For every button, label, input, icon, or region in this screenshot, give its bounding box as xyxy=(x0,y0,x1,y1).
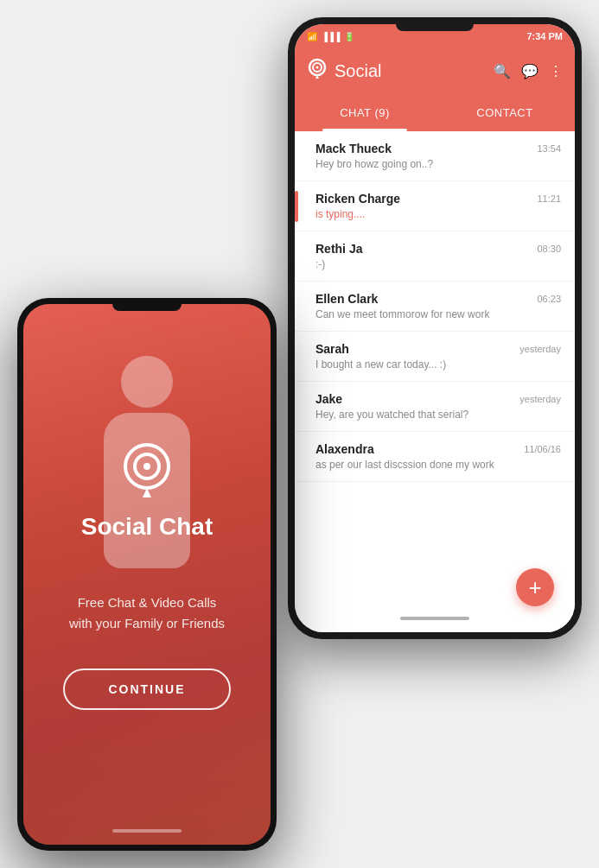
chat-item[interactable]: Ricken Charge 11:21 is typing.... xyxy=(295,181,575,231)
chat-item-content: Ellen Clark 06:23 Can we meet tommorow f… xyxy=(309,292,561,320)
chat-item-header: Ricken Charge 11:21 xyxy=(315,192,561,206)
phones-container: 📶 ▐▐▐ 🔋 7:34 PM Social xyxy=(0,0,599,868)
chat-preview: Can we meet tommorow for new work xyxy=(315,308,506,320)
chat-item[interactable]: Rethi Ja 08:30 :-) xyxy=(295,231,575,282)
chat-time: 11:21 xyxy=(537,193,561,204)
status-time: 7:34 PM xyxy=(526,31,563,41)
menu-icon[interactable]: ⋮ xyxy=(549,63,563,79)
front-phone-notch xyxy=(112,304,182,311)
splash-logo-icon xyxy=(117,439,177,499)
chat-preview-typing: is typing.... xyxy=(315,208,506,220)
chat-list: Mack Thueck 13:54 Hey bro howz going on.… xyxy=(295,131,575,632)
chat-name: Ellen Clark xyxy=(315,292,378,306)
chat-preview: I bought a new car today... :) xyxy=(315,358,506,371)
wifi-icon: 📶 xyxy=(307,32,317,41)
battery-icon: 🔋 xyxy=(344,32,354,41)
home-indicator xyxy=(400,617,469,620)
chat-preview: Hey bro howz going on..? xyxy=(315,158,506,170)
chat-item[interactable]: Jake yesterday Hey, are you watched that… xyxy=(295,382,575,432)
compose-icon[interactable]: 💬 xyxy=(521,63,538,79)
svg-point-2 xyxy=(316,67,319,69)
chat-item-header: Mack Thueck 13:54 xyxy=(315,142,561,155)
chat-item-content: Alaxendra 11/06/16 as per our last discs… xyxy=(309,442,561,471)
person-head xyxy=(121,356,173,408)
chat-item[interactable]: Ellen Clark 06:23 Can we meet tommorow f… xyxy=(295,282,575,332)
svg-point-5 xyxy=(143,463,150,470)
chat-time: yesterday xyxy=(519,344,561,354)
chat-item-header: Jake yesterday xyxy=(315,392,561,406)
chat-time: 08:30 xyxy=(537,244,561,254)
chat-item[interactable]: Mack Thueck 13:54 Hey bro howz going on.… xyxy=(295,131,575,181)
chat-preview: as per our last discssion done my work xyxy=(315,459,506,471)
splash-subtitle: Free Chat & Video Calls with your Family… xyxy=(69,592,225,634)
signal-icon: ▐▐▐ xyxy=(322,32,340,41)
chat-time: 13:54 xyxy=(537,143,561,154)
splash-title: Social Chat xyxy=(81,513,213,541)
home-indicator-front xyxy=(112,829,182,833)
splash-content: Social Chat Free Chat & Video Calls with… xyxy=(39,439,254,710)
chat-name: Jake xyxy=(315,392,342,406)
phone-back: 📶 ▐▐▐ 🔋 7:34 PM Social xyxy=(288,17,582,639)
chat-indicator xyxy=(295,191,298,222)
chat-name: Mack Thueck xyxy=(315,142,392,155)
back-phone-notch xyxy=(396,24,474,31)
header-actions: 🔍 💬 ⋮ xyxy=(494,63,563,79)
chat-name: Ricken Charge xyxy=(315,192,400,206)
chat-item-content: Ricken Charge 11:21 is typing.... xyxy=(309,192,561,220)
chat-name: Sarah xyxy=(315,342,349,356)
chat-item-content: Jake yesterday Hey, are you watched that… xyxy=(309,392,561,421)
status-icons: 📶 ▐▐▐ 🔋 xyxy=(307,32,354,41)
chat-name: Alaxendra xyxy=(315,442,374,456)
chat-preview: Hey, are you watched that serial? xyxy=(315,409,506,421)
phone-back-screen: 📶 ▐▐▐ 🔋 7:34 PM Social xyxy=(295,24,575,632)
fab-button[interactable]: + xyxy=(516,568,554,606)
app-logo-icon xyxy=(307,58,328,84)
chat-preview: :-) xyxy=(315,258,506,270)
app-header: Social 🔍 💬 ⋮ xyxy=(295,48,575,93)
tabs-bar: CHAT (9) CONTACT xyxy=(295,93,575,131)
continue-button[interactable]: CONTINUE xyxy=(63,668,230,710)
chat-item[interactable]: Alaxendra 11/06/16 as per our last discs… xyxy=(295,432,575,482)
app-title: Social xyxy=(335,61,494,81)
chat-name: Rethi Ja xyxy=(315,242,362,256)
chat-item-header: Alaxendra 11/06/16 xyxy=(315,442,561,456)
chat-item-content: Sarah yesterday I bought a new car today… xyxy=(309,342,561,371)
phone-front-screen: Social Chat Free Chat & Video Calls with… xyxy=(23,304,271,845)
tab-contact[interactable]: CONTACT xyxy=(435,93,575,131)
tab-chat[interactable]: CHAT (9) xyxy=(295,93,435,131)
chat-item[interactable]: Sarah yesterday I bought a new car today… xyxy=(295,332,575,382)
phone-front: Social Chat Free Chat & Video Calls with… xyxy=(17,298,277,851)
chat-item-header: Ellen Clark 06:23 xyxy=(315,292,561,306)
chat-time: 06:23 xyxy=(537,294,561,304)
chat-time: yesterday xyxy=(519,394,561,404)
search-icon[interactable]: 🔍 xyxy=(494,63,511,79)
chat-time: 11/06/16 xyxy=(524,444,561,454)
chat-item-header: Sarah yesterday xyxy=(315,342,561,356)
chat-item-content: Rethi Ja 08:30 :-) xyxy=(309,242,561,270)
chat-item-header: Rethi Ja 08:30 xyxy=(315,242,561,256)
chat-item-content: Mack Thueck 13:54 Hey bro howz going on.… xyxy=(309,142,561,170)
